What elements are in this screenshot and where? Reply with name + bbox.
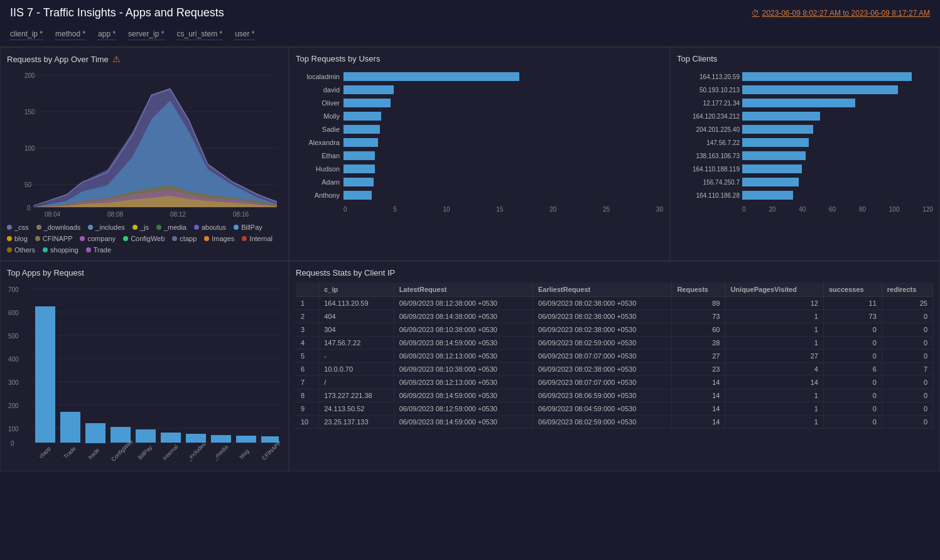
legend-internal: Internal	[242, 235, 273, 242]
svg-text:200: 200	[8, 402, 19, 409]
svg-text:Internal: Internal	[161, 444, 179, 461]
legend-js: _js	[132, 223, 149, 231]
table-row: 9 24.113.50.52 06/09/2023 08:12:59:000 +…	[296, 402, 933, 416]
svg-text:blog: blog	[238, 448, 250, 460]
svg-rect-45	[161, 433, 181, 443]
clock-icon: ⏱	[752, 9, 759, 18]
svg-text:100: 100	[8, 426, 19, 433]
user-bar-row: Hudson	[296, 163, 663, 175]
filter-client-ip[interactable]: client_ip *	[10, 30, 43, 40]
filter-cs-uri-stem[interactable]: cs_uri_stem *	[176, 30, 222, 40]
legend-shopping: shopping	[43, 246, 78, 254]
legend-css: _css	[7, 223, 29, 231]
table-row: 4 147.56.7.22 06/09/2023 08:14:59:000 +0…	[296, 337, 933, 350]
table-row: 3 304 06/09/2023 08:10:38:000 +0530 06/0…	[296, 323, 933, 337]
svg-text:_includes: _includes	[185, 441, 207, 463]
svg-text:0: 0	[11, 440, 14, 447]
table-row: 5 - 06/09/2023 08:12:13:000 +0530 06/09/…	[296, 350, 933, 363]
time-range[interactable]: ⏱ 2023-06-09 8:02:27 AM to 2023-06-09 8:…	[752, 9, 930, 18]
table-row: 8 173.227.221.38 06/09/2023 08:14:59:000…	[296, 389, 933, 402]
svg-text:50: 50	[24, 181, 32, 188]
requests-over-time-panel: Requests by App Over Time ⚠ 200 150 100 …	[0, 47, 289, 261]
requests-stats-title: Requests Stats by Client IP	[296, 268, 933, 277]
svg-text:08:12: 08:12	[170, 211, 186, 218]
filter-app[interactable]: app *	[98, 30, 116, 40]
area-chart: 200 150 100 50 0 08:04 08:08 08:12 08:16	[7, 69, 282, 220]
svg-rect-39	[85, 423, 105, 443]
requests-over-time-title: Requests by App Over Time ⚠	[7, 54, 282, 64]
user-bar-row: Molly	[296, 110, 663, 122]
filter-method[interactable]: method *	[55, 30, 85, 40]
legend-cfinapp: CFINAPP	[35, 235, 73, 242]
user-bar-row: Adam	[296, 176, 663, 188]
col-successes[interactable]: successes	[823, 283, 882, 297]
legend-others: Others	[7, 246, 35, 254]
user-bar-row: Oliver	[296, 97, 663, 109]
svg-text:300: 300	[8, 379, 19, 386]
legend-configweb: ConfigWeb	[123, 235, 165, 242]
svg-text:BillPay: BillPay	[137, 444, 154, 461]
col-latest[interactable]: LatestRequest	[394, 283, 532, 297]
table-row: 10 23.25.137.133 06/09/2023 08:14:59:000…	[296, 416, 933, 429]
svg-text:ctapp: ctapp	[38, 445, 52, 460]
filter-bar: client_ip * method * app * server_ip * c…	[0, 26, 940, 47]
client-bar-row: 156.74.250.7	[677, 176, 933, 188]
apps-vbar-chart: 700 600 500 400 300 200 100 0	[7, 283, 282, 465]
svg-text:500: 500	[8, 333, 19, 340]
user-bar-row: Anthony	[296, 190, 663, 201]
svg-text:trade: trade	[87, 447, 101, 461]
svg-text:08:04: 08:04	[45, 211, 60, 218]
filter-server-ip[interactable]: server_ip *	[128, 30, 164, 40]
legend-billpay: BillPay	[234, 223, 262, 231]
svg-text:08:08: 08:08	[107, 211, 123, 218]
users-x-axis: 051015202530	[343, 206, 663, 213]
table-row: 7 / 06/09/2023 08:12:13:000 +0530 06/09/…	[296, 376, 933, 389]
clients-bar-chart: 164.113.20.59 50.193.10.213 12.177.21.34…	[677, 68, 933, 213]
client-bar-row: 164.110.186.28	[677, 190, 933, 201]
legend-ctapp: ctapp	[172, 235, 197, 242]
svg-rect-43	[136, 429, 156, 443]
col-redirects[interactable]: redirects	[882, 283, 932, 297]
svg-rect-35	[35, 306, 55, 443]
col-earliest[interactable]: EarliestRequest	[533, 283, 672, 297]
svg-text:08:16: 08:16	[233, 211, 249, 218]
legend-media: _media	[156, 223, 186, 231]
area-chart-svg: 200 150 100 50 0 08:04 08:08 08:12 08:16	[7, 69, 283, 220]
page-title: IIS 7 - Traffic Insights - Apps and Requ…	[10, 6, 224, 19]
svg-text:Trade: Trade	[62, 445, 77, 460]
client-bar-row: 138.163.106.73	[677, 150, 933, 161]
col-unique[interactable]: UniquePagesVisited	[725, 283, 824, 297]
legend-images: Images	[204, 235, 234, 242]
client-bar-row: 204.201.225.40	[677, 124, 933, 135]
svg-text:_media: _media	[211, 444, 229, 462]
user-bar-row: Sadie	[296, 124, 663, 135]
user-bar-row: david	[296, 84, 663, 95]
top-requests-title: Top Requests by Users	[296, 54, 663, 63]
top-apps-title: Top Apps by Request	[7, 268, 282, 277]
apps-chart-svg: 700 600 500 400 300 200 100 0	[7, 283, 283, 465]
svg-text:600: 600	[8, 310, 19, 316]
requests-stats-panel: Requests Stats by Client IP c_ip LatestR…	[289, 261, 940, 471]
col-requests[interactable]: Requests	[672, 283, 725, 297]
svg-rect-37	[60, 412, 80, 443]
header: IIS 7 - Traffic Insights - Apps and Requ…	[0, 0, 940, 26]
warning-icon: ⚠	[112, 54, 121, 64]
user-bar-row: Ethan	[296, 150, 663, 161]
stats-table: c_ip LatestRequest EarliestRequest Reque…	[296, 283, 933, 429]
client-bar-row: 164.113.20.59	[677, 71, 933, 82]
top-requests-panel: Top Requests by Users localadmin david O…	[289, 47, 670, 261]
legend-company: company	[80, 235, 116, 242]
col-cip[interactable]: c_ip	[319, 283, 394, 297]
legend-includes: _includes	[88, 223, 124, 231]
stats-table-container[interactable]: c_ip LatestRequest EarliestRequest Reque…	[296, 283, 933, 429]
top-apps-panel: Top Apps by Request 700 600 500 400 300 …	[0, 261, 289, 471]
client-bar-row: 164.120.234.212	[677, 110, 933, 122]
legend-blog: blog	[7, 235, 28, 242]
filter-user[interactable]: user *	[235, 30, 254, 40]
clients-x-axis: 020406080100120	[742, 206, 933, 213]
col-num	[296, 283, 319, 297]
chart-legend: _css _downloads _includes _js _media abo…	[7, 223, 282, 254]
legend-trade: Trade	[86, 246, 111, 254]
svg-rect-51	[236, 436, 256, 443]
client-bar-row: 50.193.10.213	[677, 84, 933, 95]
